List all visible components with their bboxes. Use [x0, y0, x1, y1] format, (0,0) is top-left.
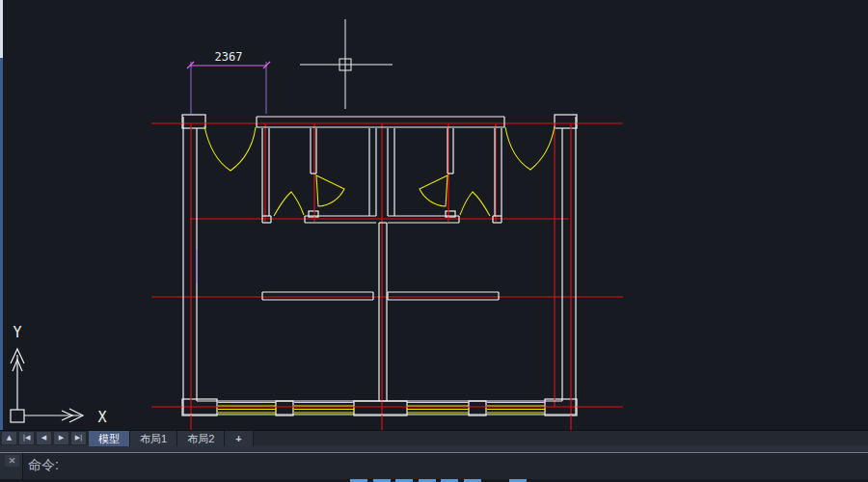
model-space-viewport[interactable]: 2367 Y X — [0, 0, 868, 430]
tab-nav-buttons: ▲|◀◀▶▶| — [0, 432, 87, 444]
tab-new-layout[interactable]: + — [225, 431, 253, 446]
layout-tab-bar: ▲|◀◀▶▶| 模型布局1布局2+ — [0, 430, 868, 445]
ucs-x-label: X — [97, 409, 106, 426]
close-icon[interactable]: ✕ — [5, 455, 19, 467]
command-panel-edge: ✕ — [0, 453, 23, 479]
door-swing-arc — [460, 192, 490, 216]
door-swing-arc — [274, 192, 304, 216]
door-swing-arc — [505, 126, 555, 170]
command-prompt: 命令: — [28, 457, 59, 472]
ucs-origin-square — [11, 410, 24, 422]
tab-layout2[interactable]: 布局2 — [177, 431, 225, 446]
door-swing-arc — [204, 126, 256, 171]
left-panel-edge — [0, 58, 3, 430]
left-panel-edge-top — [0, 0, 3, 58]
dimension-value: 2367 — [215, 50, 243, 64]
crosshair-cursor — [300, 19, 393, 109]
command-line-panel: ✕ 命令: — [0, 453, 868, 479]
layout-tabs: 模型布局1布局2+ — [89, 431, 254, 446]
door-swing-arc — [316, 175, 344, 206]
ucs-y-label: Y — [13, 324, 21, 341]
dimension-annotation: 2367 — [187, 50, 270, 283]
bottom-chrome: ▲|◀◀▶▶| 模型布局1布局2+ ✕ 命令: — [0, 430, 868, 482]
wall-pier — [182, 115, 205, 128]
cad-application-window: 2367 Y X ▲|◀◀▶▶| 模型布局1布局2+ ✕ — [0, 0, 868, 482]
separator-band — [0, 445, 868, 453]
door-swing-arc — [420, 175, 448, 206]
nav-first-tab-button[interactable]: |◀ — [19, 432, 34, 444]
nav-last-tab-button[interactable]: ▶| — [71, 432, 86, 444]
ucs-icon: Y X — [11, 324, 107, 426]
wall-pier — [354, 401, 407, 415]
wall-pier — [469, 401, 486, 415]
nav-next-tab-button[interactable]: ▶ — [54, 432, 68, 444]
wall-lines — [183, 117, 576, 415]
drawing-canvas[interactable]: 2367 Y X — [0, 0, 868, 430]
command-input[interactable]: 命令: — [23, 453, 868, 479]
tab-layout1[interactable]: 布局1 — [130, 431, 177, 446]
nav-menu-button[interactable]: ▲ — [2, 432, 16, 444]
tab-model[interactable]: 模型 — [89, 431, 130, 446]
wall-pier — [276, 401, 293, 415]
nav-prev-tab-button[interactable]: ◀ — [37, 432, 51, 444]
wall-pier — [555, 115, 577, 128]
